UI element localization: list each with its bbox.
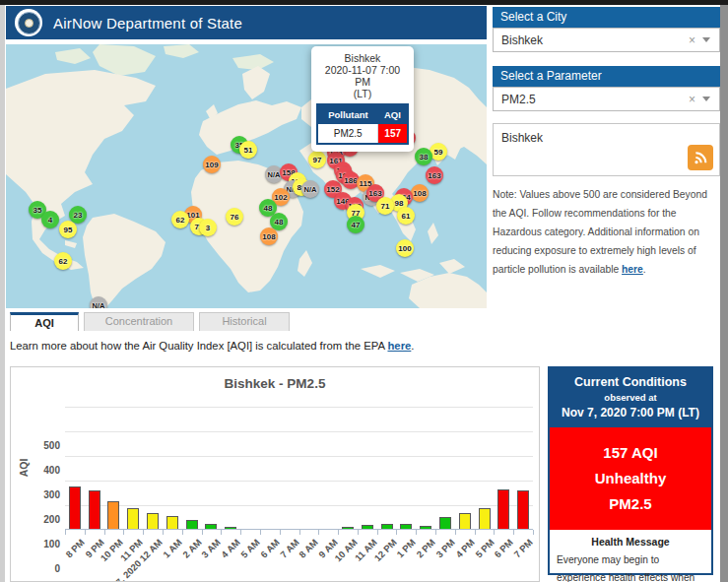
map-marker[interactable]: 3	[199, 219, 217, 236]
popup-pollutant-header: Pollutant	[317, 104, 378, 124]
chart-bar[interactable]	[420, 526, 431, 529]
gridline	[65, 456, 533, 457]
map-marker[interactable]: 100	[396, 239, 414, 257]
x-axis-tick	[280, 530, 281, 535]
map-marker[interactable]: 97	[308, 151, 326, 168]
chart-bar[interactable]	[127, 508, 139, 529]
health-message-body: Everyone may begin to experience health …	[557, 551, 704, 582]
popup-city: Bishkek	[316, 52, 409, 64]
parameter-select[interactable]: PM2.5 ×	[493, 87, 720, 111]
x-axis-tick	[318, 530, 319, 535]
x-axis-tick	[358, 530, 359, 535]
observed-at-label: observed at	[554, 392, 707, 403]
y-axis-tick-label: 200	[43, 514, 60, 525]
chart-bar[interactable]	[147, 513, 159, 529]
aqi-note: Note: Values above 500 are considered Be…	[493, 185, 720, 279]
map-marker[interactable]: 62	[54, 252, 72, 270]
x-axis-tick	[221, 530, 222, 535]
rss-feed-icon[interactable]	[688, 145, 713, 170]
parameter-dropdown-arrow-icon[interactable]	[702, 97, 710, 101]
tab-aqi[interactable]: AQI	[10, 312, 79, 331]
world-map[interactable]: 354239562N/A355110997N/A158100N/A89N/A10…	[6, 44, 487, 308]
select-city-header: Select a City	[493, 7, 720, 28]
chart-bar[interactable]	[439, 517, 451, 529]
y-axis-tick-label: 500	[43, 440, 60, 451]
city-select[interactable]: Bishkek ×	[493, 28, 720, 52]
current-conditions-title: Current Conditions	[554, 375, 707, 389]
map-marker[interactable]: 71	[376, 197, 394, 215]
gridline	[65, 505, 533, 506]
map-marker[interactable]: 76	[226, 208, 243, 226]
chart-bar[interactable]	[107, 501, 119, 529]
chart-bar[interactable]	[205, 524, 217, 529]
city-clear-icon[interactable]: ×	[682, 33, 702, 47]
select-parameter-header: Select a Parameter	[493, 66, 720, 87]
map-marker[interactable]: 109	[203, 156, 221, 173]
parameter-clear-icon[interactable]: ×	[682, 93, 702, 106]
y-axis-tick-label: 400	[43, 465, 60, 476]
chart-bar[interactable]	[362, 525, 373, 529]
parameter-select-value: PM2.5	[494, 93, 682, 106]
map-marker[interactable]: 95	[59, 221, 77, 238]
chart-bar[interactable]	[342, 527, 354, 529]
x-axis-tick	[475, 530, 476, 535]
learn-more-text-end: .	[411, 340, 414, 352]
aqi-chart: Bishkek - PM2.5 AQI 0100200300400500 8 P…	[10, 366, 540, 582]
y-axis-tick-label: 100	[43, 539, 60, 550]
map-marker[interactable]: 163	[426, 166, 443, 184]
chart-bar[interactable]	[479, 508, 491, 529]
note-here-link[interactable]: here	[622, 264, 643, 275]
map-popup: Bishkek 2020-11-07 7:00 PM (LT) Pollutan…	[311, 46, 414, 152]
learn-more-here-link[interactable]: here	[387, 340, 411, 352]
rss-city-label: Bishkek	[494, 124, 719, 145]
popup-datetime: 2020-11-07 7:00 PM	[316, 64, 409, 88]
x-axis-tick	[533, 530, 534, 535]
popup-pollutant-value: PM2.5	[317, 124, 378, 144]
map-marker[interactable]: 4	[41, 211, 59, 228]
tab-historical[interactable]: Historical	[199, 312, 290, 331]
chart-bar[interactable]	[381, 524, 393, 529]
x-axis-tick	[260, 530, 261, 535]
chart-bar[interactable]	[497, 489, 509, 529]
popup-aqi-header: AQI	[378, 104, 408, 124]
map-marker[interactable]: 61	[397, 207, 415, 225]
tab-concentration[interactable]: Concentration	[84, 312, 194, 331]
learn-more-text: Learn more about how the Air Quality Ind…	[10, 340, 387, 352]
department-of-state-seal-icon	[15, 9, 42, 36]
x-axis-tick	[396, 530, 397, 535]
chart-bar[interactable]	[89, 490, 100, 529]
map-marker[interactable]: 51	[239, 141, 257, 159]
chart-bar[interactable]	[517, 490, 529, 529]
chart-bar[interactable]	[459, 513, 471, 529]
observed-datetime: Nov 7, 2020 7:00 PM (LT)	[554, 406, 707, 420]
chart-bar[interactable]	[186, 520, 198, 529]
map-marker[interactable]: 38	[415, 148, 432, 165]
popup-table: Pollutant AQI PM2.5 157	[316, 103, 409, 145]
city-dropdown-arrow-icon[interactable]	[702, 37, 710, 42]
aqi-value-line: 157 AQI	[554, 440, 707, 466]
chart-bar[interactable]	[69, 486, 81, 529]
popup-aqi-value: 157	[378, 124, 408, 144]
health-message-title: Health Message	[557, 536, 704, 548]
x-axis-tick	[513, 530, 514, 535]
map-marker[interactable]: 108	[411, 184, 429, 202]
app-title: AirNow Department of State	[53, 15, 242, 32]
map-marker[interactable]: 108	[260, 227, 278, 245]
x-axis-tick	[163, 530, 164, 535]
app-header: AirNow Department of State	[6, 6, 487, 39]
chart-bar[interactable]	[166, 516, 178, 529]
x-axis-tick	[377, 530, 378, 535]
map-marker[interactable]: 62	[171, 211, 189, 228]
map-marker[interactable]: N/A	[90, 296, 107, 308]
gridline	[65, 407, 533, 408]
map-marker[interactable]: 47	[347, 216, 364, 233]
map-marker[interactable]: N/A	[301, 180, 319, 198]
city-select-value: Bishkek	[494, 33, 682, 47]
x-axis-tick	[416, 530, 417, 535]
x-axis-tick	[65, 530, 66, 535]
chart-bar[interactable]	[225, 527, 236, 529]
x-axis-tick	[104, 530, 105, 535]
aqi-status-block: 157 AQI Unhealthy PM2.5	[550, 427, 711, 530]
x-axis-tick	[240, 530, 241, 535]
chart-bar[interactable]	[400, 524, 412, 529]
